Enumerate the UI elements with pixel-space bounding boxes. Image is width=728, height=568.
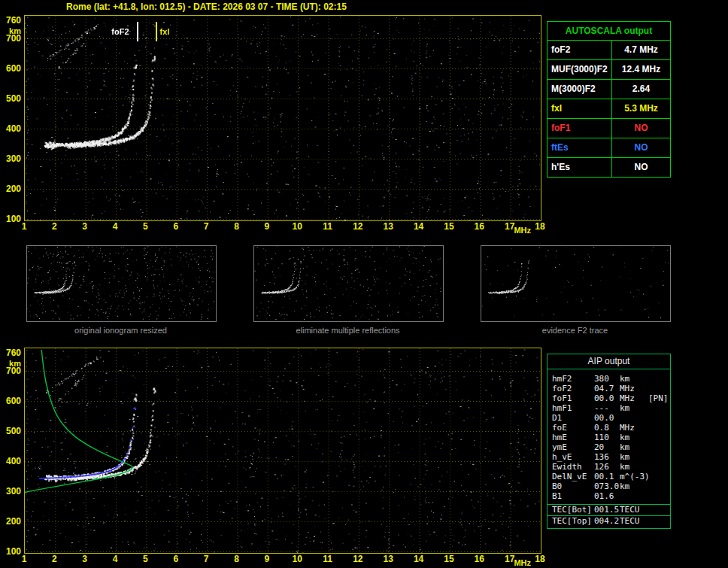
y-tick-label: 300 — [2, 487, 21, 496]
foF2-marker-line — [137, 22, 138, 41]
aip-param-name: TEC[Bot] — [548, 505, 594, 515]
aip-param-value: 01.6 — [594, 491, 620, 501]
aip-param-unit: MHz — [620, 393, 648, 403]
fxI-marker-line — [156, 22, 157, 41]
aip-row-yme: ymE20km — [548, 442, 670, 452]
aip-row-fof1: foF100.0MHz[PN] — [548, 393, 670, 403]
table-row-muf3000: MUF(3000)F2 12.4 MHz — [548, 59, 670, 79]
aip-param-extra — [648, 472, 670, 481]
x-tick-label: 3 — [79, 554, 91, 563]
x-tick-label: 1 — [18, 554, 30, 563]
x-tick-label: 5 — [139, 554, 151, 563]
y-tick-label: 500 — [2, 427, 21, 436]
thumbnail2-canvas — [254, 246, 441, 320]
x-tick-label: 4 — [109, 222, 121, 231]
aip-param-unit: km — [620, 403, 648, 413]
foF2-marker-label: foF2 — [111, 27, 129, 36]
x-tick-label: 5 — [139, 222, 151, 231]
aip-param-value: 04.7 — [594, 384, 620, 393]
chart1-ionogram: foF2 fxI — [24, 15, 541, 221]
table-row-m3000: M(3000)F2 2.64 — [548, 79, 670, 99]
x-tick-label: 6 — [170, 554, 182, 563]
x-tick-label: 10 — [291, 222, 303, 231]
aip-param-value: --- — [594, 403, 620, 413]
aip-param-unit: MHz — [620, 384, 648, 393]
x-tick-label: 12 — [352, 222, 364, 231]
x-tick-label: 9 — [261, 222, 273, 231]
row-label: ftEs — [548, 138, 611, 157]
aip-param-unit: km — [620, 462, 648, 472]
aip-param-value: 001.5 — [594, 505, 620, 515]
y-tick-label: 500 — [2, 94, 21, 103]
aip-param-extra — [648, 384, 670, 393]
autoscala-table-title: AUTOSCALA output — [548, 22, 670, 40]
x-tick-label: 7 — [200, 222, 212, 231]
aip-param-name: B1 — [548, 491, 594, 501]
aip-param-extra: [PN] — [648, 393, 670, 403]
aip-param-name: foF2 — [548, 384, 594, 393]
x-tick-label: 18 — [534, 554, 546, 563]
x-tick-label: 11 — [322, 554, 334, 563]
aip-param-extra — [648, 423, 670, 433]
x-tick-label: 10 — [291, 554, 303, 563]
aip-row-tec-bot-: TEC[Bot]001.5TECU — [548, 504, 670, 515]
aip-param-extra — [648, 491, 670, 501]
aip-param-unit — [620, 413, 648, 423]
aip-param-unit: km — [620, 374, 648, 384]
autoscala-output-table: AUTOSCALA output foF2 4.7 MHz MUF(3000)F… — [547, 21, 671, 178]
aip-param-name: hmE — [548, 433, 594, 442]
aip-param-extra — [648, 462, 670, 472]
chart1-x-axis: 123456789101112131415161718MHz — [24, 222, 543, 234]
aip-param-name: hmF1 — [548, 403, 594, 413]
x-tick-label: 6 — [170, 222, 182, 231]
aip-param-name: foF1 — [548, 393, 594, 403]
aip-param-name: Ewidth — [548, 462, 594, 472]
x-tick-label: 7 — [200, 554, 212, 563]
aip-row-ewidth: Ewidth126km — [548, 462, 670, 472]
y-axis-unit-label: km — [2, 359, 21, 368]
aip-row-hmf2: hmF2380km — [548, 374, 670, 384]
row-value: NO — [611, 138, 670, 157]
aip-param-unit: km — [620, 433, 648, 442]
x-tick-label: 15 — [443, 222, 455, 231]
thumbnail-multiple-reflections — [253, 245, 444, 322]
aip-row-tec-top-: TEC[Top]004.2TECU — [548, 515, 670, 527]
x-tick-label: 8 — [230, 554, 242, 563]
fxI-marker-label: fxI — [160, 27, 170, 36]
aip-param-unit: TECU — [620, 516, 648, 527]
aip-rows: hmF2380kmfoF204.7MHzfoF100.0MHz[PN]hmF1-… — [548, 369, 670, 527]
aip-param-extra — [648, 505, 670, 515]
aip-param-value: 20 — [594, 442, 620, 452]
row-label: h'Es — [548, 158, 611, 177]
x-tick-label: 13 — [382, 554, 394, 563]
x-axis-unit-label: MHz — [511, 558, 534, 567]
row-value: NO — [611, 158, 670, 177]
row-value: 2.64 — [611, 80, 670, 99]
y-tick-label: 300 — [2, 154, 21, 163]
x-tick-label: 16 — [473, 554, 485, 563]
x-tick-label: 4 — [109, 554, 121, 563]
y-tick-label: 600 — [2, 396, 21, 405]
aip-table-title: AIP output — [548, 354, 670, 369]
aip-param-unit: km — [620, 442, 648, 452]
aip-param-extra — [648, 442, 670, 452]
aip-row-h-ve: h_vE136km — [548, 452, 670, 462]
aip-param-value: 380 — [594, 374, 620, 384]
aip-param-extra — [648, 433, 670, 442]
aip-param-value: 136 — [594, 452, 620, 462]
table-row-ftEs: ftEs NO — [548, 138, 670, 157]
x-tick-label: 12 — [352, 554, 364, 563]
aip-row-fof2: foF204.7MHz — [548, 384, 670, 393]
chart2-x-axis: 123456789101112131415161718MHz — [24, 554, 543, 566]
chart2-ionogram-with-profile — [24, 348, 541, 554]
x-tick-label: 1 — [18, 222, 30, 231]
table-row-fxI: fxI 5.3 MHz — [548, 99, 670, 118]
row-label: fxI — [548, 99, 611, 118]
aip-param-value: 073.0 — [594, 481, 620, 491]
aip-param-extra — [648, 481, 670, 491]
aip-param-name: h_vE — [548, 452, 594, 462]
aip-param-value: 004.2 — [594, 516, 620, 527]
aip-param-name: TEC[Top] — [548, 516, 594, 527]
aip-param-name: ymE — [548, 442, 594, 452]
aip-param-extra — [648, 403, 670, 413]
